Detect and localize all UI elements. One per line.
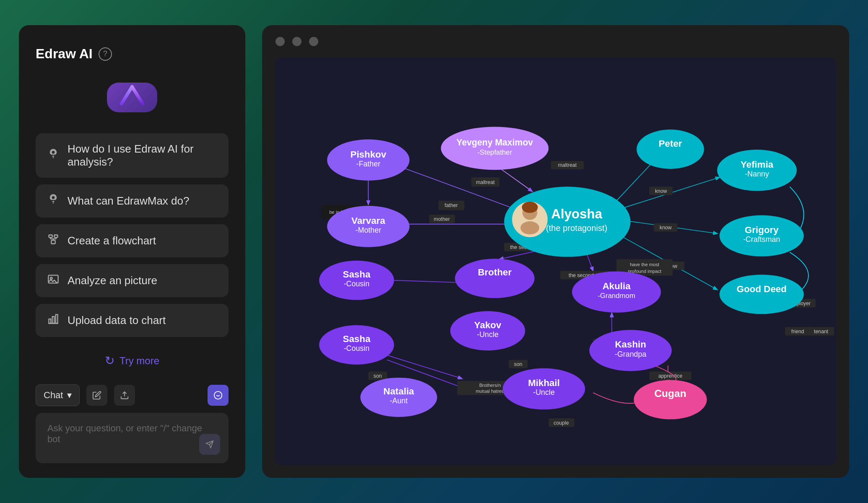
svg-rect-15 — [52, 316, 55, 323]
svg-text:Akulia: Akulia — [603, 281, 631, 291]
svg-text:Peter: Peter — [659, 138, 682, 149]
suggestion-list: How do I use Edraw AI for analysis? What… — [36, 133, 229, 337]
svg-point-97 — [637, 130, 704, 169]
try-more[interactable]: ↻ Try more — [105, 354, 159, 368]
chat-placeholder: Ask your question, or enter "/" change b… — [47, 423, 202, 444]
svg-text:son: son — [374, 373, 382, 379]
chart-icon — [47, 313, 59, 328]
svg-point-13 — [50, 277, 52, 279]
svg-text:know: know — [655, 188, 667, 194]
svg-point-110 — [455, 259, 535, 298]
svg-text:Natalia: Natalia — [383, 386, 414, 397]
svg-text:Kashin: Kashin — [615, 339, 646, 350]
send-button[interactable] — [199, 434, 220, 455]
left-panel: Edraw AI ? — [19, 25, 245, 478]
edit-icon-btn[interactable] — [86, 385, 107, 406]
svg-point-87 — [520, 221, 539, 234]
suggestion-flowchart[interactable]: Create a flowchart — [36, 224, 229, 257]
svg-text:Yakov: Yakov — [474, 320, 502, 330]
svg-text:Sasha: Sasha — [343, 269, 371, 280]
svg-rect-16 — [56, 315, 58, 324]
svg-point-133 — [634, 380, 707, 420]
svg-line-55 — [392, 280, 462, 283]
svg-text:Cugan: Cugan — [654, 388, 686, 399]
svg-text:Grigory: Grigory — [745, 225, 779, 235]
svg-text:apprentice: apprentice — [658, 373, 682, 379]
suggestion-picture[interactable]: Analyze an picture — [36, 264, 229, 297]
help-icon[interactable]: ? — [99, 47, 112, 61]
try-more-label: Try more — [120, 355, 159, 367]
svg-text:Alyosha: Alyosha — [551, 207, 602, 221]
svg-text:Yevgeny Maximov: Yevgeny Maximov — [456, 137, 533, 148]
suggestion-text-1: How do I use Edraw AI for analysis? — [68, 143, 217, 169]
right-panel: father maltreat know know know mother — [262, 25, 849, 478]
svg-rect-6 — [54, 235, 57, 238]
relationship-diagram: father maltreat know know know mother — [275, 58, 837, 465]
svg-text:-Grandmom: -Grandmom — [598, 292, 635, 300]
upload-icon-btn[interactable] — [114, 385, 135, 406]
suggestion-chart[interactable]: Upload data to chart — [36, 304, 229, 337]
logo — [117, 83, 147, 112]
suggestion-text-3: Create a flowchart — [68, 234, 156, 247]
svg-text:(the protagonist): (the protagonist) — [546, 223, 607, 233]
svg-text:mother: mother — [434, 216, 450, 222]
svg-text:-Aunt: -Aunt — [390, 397, 408, 405]
svg-text:-Uncle: -Uncle — [477, 330, 499, 339]
chat-footer: Chat ▾ — [36, 384, 229, 463]
suggestion-text-4: Analyze an picture — [68, 274, 157, 287]
diagram-area: father maltreat know know know mother — [275, 58, 837, 465]
svg-text:Varvara: Varvara — [351, 215, 385, 226]
flowchart-icon — [47, 233, 59, 248]
logo-container — [107, 83, 157, 112]
svg-rect-14 — [49, 319, 51, 324]
svg-text:-Uncle: -Uncle — [533, 388, 555, 397]
svg-text:Sasha: Sasha — [343, 334, 371, 344]
svg-line-29 — [616, 161, 654, 201]
svg-text:Brothers/n: Brothers/n — [479, 383, 501, 388]
svg-point-88 — [522, 202, 538, 213]
svg-text:friend: friend — [791, 329, 804, 334]
svg-text:-Mother: -Mother — [356, 226, 382, 234]
svg-text:mutual hatred: mutual hatred — [476, 389, 504, 394]
chat-mode-select[interactable]: Chat ▾ — [36, 384, 80, 406]
svg-point-3 — [51, 150, 55, 154]
svg-rect-5 — [49, 235, 52, 238]
svg-text:Mikhail: Mikhail — [528, 378, 560, 388]
chat-mode-label: Chat — [44, 390, 63, 401]
svg-text:couple: couple — [554, 420, 569, 426]
svg-text:have the most: have the most — [630, 262, 660, 267]
svg-rect-7 — [51, 240, 55, 244]
svg-text:-Nanny: -Nanny — [745, 170, 769, 178]
svg-line-26 — [499, 168, 532, 192]
app-title: Edraw AI — [36, 46, 93, 62]
svg-text:Pishkov: Pishkov — [351, 149, 387, 160]
svg-text:-Stepfather: -Stepfather — [477, 148, 512, 156]
close-dot — [275, 37, 285, 46]
svg-text:Brother: Brother — [478, 267, 512, 278]
svg-text:Good Deed: Good Deed — [737, 284, 787, 294]
svg-point-4 — [51, 196, 55, 200]
maximize-dot — [309, 37, 318, 46]
chat-input-area[interactable]: Ask your question, or enter "/" change b… — [36, 413, 229, 463]
svg-text:maltreat: maltreat — [558, 162, 577, 168]
ai-icon-btn[interactable] — [208, 385, 229, 406]
svg-text:tenant: tenant — [814, 329, 829, 334]
svg-text:-Cousin: -Cousin — [344, 344, 370, 353]
suggestion-text-5: Upload data to chart — [68, 314, 166, 327]
refresh-icon: ↻ — [105, 354, 114, 368]
chat-controls: Chat ▾ — [36, 384, 229, 406]
suggestion-analysis[interactable]: How do I use Edraw AI for analysis? — [36, 133, 229, 178]
svg-text:Yefimia: Yefimia — [741, 159, 774, 170]
suggestion-edrawmax[interactable]: What can EdrawMax do? — [36, 184, 229, 218]
svg-text:know: know — [660, 225, 672, 231]
minimize-dot — [292, 37, 301, 46]
svg-text:son: son — [514, 361, 522, 367]
svg-line-73 — [387, 355, 462, 379]
picture-icon — [47, 273, 59, 288]
svg-text:-Craftsman: -Craftsman — [743, 235, 780, 244]
svg-text:-Grandpa: -Grandpa — [615, 350, 647, 358]
bulb-icon-1 — [47, 148, 59, 163]
chevron-down-icon: ▾ — [67, 390, 72, 401]
svg-text:-Father: -Father — [356, 160, 381, 168]
header-row: Edraw AI ? — [36, 46, 112, 62]
